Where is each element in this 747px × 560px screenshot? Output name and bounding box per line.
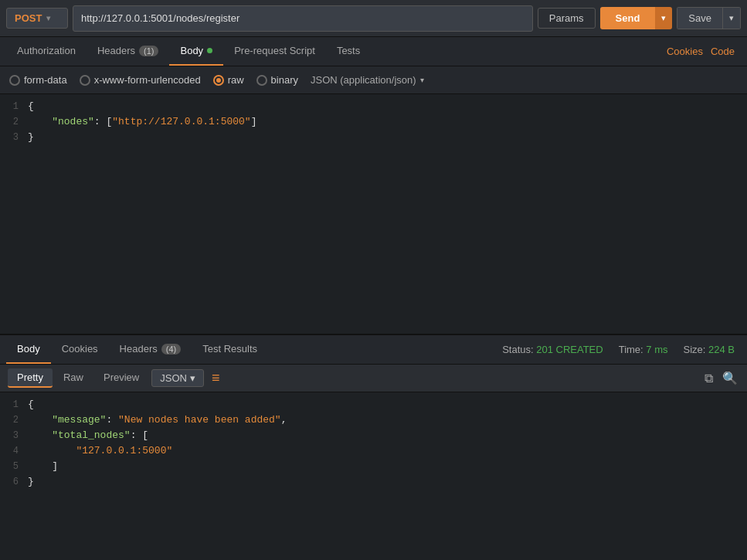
resp-line-3: 3 "total_nodes": [ bbox=[0, 429, 747, 445]
response-copy-actions: ⧉ 🔍 bbox=[703, 369, 739, 387]
radio-binary[interactable]: binary bbox=[256, 74, 298, 86]
resp-line-num-2: 2 bbox=[0, 414, 28, 426]
save-dropdown-button[interactable]: ▾ bbox=[722, 7, 741, 29]
response-format-bar: Pretty Raw Preview JSON ▾ ≡ ⧉ 🔍 bbox=[0, 365, 747, 392]
tab-authorization[interactable]: Authorization bbox=[6, 37, 87, 66]
cookies-link[interactable]: Cookies bbox=[667, 46, 703, 57]
resp-line-num-5: 5 bbox=[0, 460, 28, 472]
time-value: 7 ms bbox=[646, 344, 667, 355]
request-code-editor[interactable]: 1 { 2 "nodes": ["http://127.0.0.1:5000"]… bbox=[0, 94, 747, 334]
resp-line-4: 4 "127.0.0.1:5000" bbox=[0, 445, 747, 460]
search-button[interactable]: 🔍 bbox=[721, 369, 739, 387]
response-tabs-bar: Body Cookies Headers (4) Test Results St… bbox=[0, 335, 747, 365]
send-dropdown-button[interactable]: ▾ bbox=[655, 7, 672, 29]
resp-tab-body[interactable]: Body bbox=[6, 335, 51, 364]
resp-tab-headers[interactable]: Headers (4) bbox=[109, 335, 192, 364]
request-tabs-left: Authorization Headers (1) Body Pre-reque… bbox=[6, 37, 371, 66]
response-format-tabs: Pretty Raw Preview bbox=[8, 368, 148, 388]
body-type-bar: form-data x-www-form-urlencoded raw bina… bbox=[0, 66, 747, 94]
resp-line-content-1: { bbox=[28, 399, 34, 410]
format-tab-raw[interactable]: Raw bbox=[54, 368, 93, 388]
tab-headers[interactable]: Headers (1) bbox=[87, 37, 170, 66]
tab-pre-request[interactable]: Pre-request Script bbox=[223, 37, 326, 66]
size-value: 224 B bbox=[708, 344, 735, 355]
request-line-3: 3 } bbox=[0, 131, 747, 147]
request-line-2: 2 "nodes": ["http://127.0.0.1:5000"] bbox=[0, 116, 747, 131]
status-label: Status: 201 CREATED bbox=[502, 344, 603, 355]
resp-line-content-2: "message": "New nodes have been added", bbox=[28, 414, 287, 426]
radio-raw-circle bbox=[213, 75, 224, 86]
resp-line-5: 5 ] bbox=[0, 460, 747, 476]
response-meta: Status: 201 CREATED Time: 7 ms Size: 224… bbox=[502, 344, 741, 355]
time-label: Time: 7 ms bbox=[619, 344, 668, 355]
resp-tab-cookies-label: Cookies bbox=[62, 343, 98, 355]
radio-raw-label: raw bbox=[228, 74, 244, 86]
method-selector[interactable]: POST ▾ bbox=[6, 8, 68, 29]
format-tab-preview[interactable]: Preview bbox=[94, 368, 148, 388]
response-section: Body Cookies Headers (4) Test Results St… bbox=[0, 334, 747, 516]
resp-tab-body-label: Body bbox=[17, 343, 40, 355]
line-content-1: { bbox=[28, 100, 34, 112]
tab-body[interactable]: Body bbox=[169, 37, 223, 66]
radio-form-data-label: form-data bbox=[24, 74, 67, 86]
resp-line-content-5: ] bbox=[28, 460, 58, 472]
send-button-group: Send ▾ bbox=[600, 7, 673, 29]
response-format-chevron-icon: ▾ bbox=[190, 372, 195, 384]
resp-line-num-4: 4 bbox=[0, 445, 28, 456]
url-input[interactable] bbox=[73, 5, 533, 32]
line-num-2: 2 bbox=[0, 116, 28, 127]
code-link[interactable]: Code bbox=[711, 46, 735, 57]
format-tab-pretty[interactable]: Pretty bbox=[8, 368, 53, 388]
tab-tests-label: Tests bbox=[337, 45, 360, 56]
wrap-icon-button[interactable]: ≡ bbox=[210, 368, 222, 388]
tab-pre-request-label: Pre-request Script bbox=[234, 45, 315, 56]
request-tabs: Authorization Headers (1) Body Pre-reque… bbox=[0, 37, 747, 66]
radio-urlencoded[interactable]: x-www-form-urlencoded bbox=[80, 74, 201, 86]
request-tabs-right: Cookies Code bbox=[667, 46, 741, 57]
json-value-nodes: "http://127.0.0.1:5000" bbox=[112, 116, 250, 127]
radio-binary-label: binary bbox=[271, 74, 298, 86]
radio-urlencoded-circle bbox=[80, 75, 90, 86]
resp-line-content-4: "127.0.0.1:5000" bbox=[28, 445, 172, 456]
response-format-selector[interactable]: JSON ▾ bbox=[151, 369, 204, 387]
request-line-1: 1 { bbox=[0, 100, 747, 116]
copy-button[interactable]: ⧉ bbox=[703, 370, 715, 387]
tab-headers-label: Headers bbox=[97, 45, 135, 56]
format-tab-raw-label: Raw bbox=[63, 372, 83, 383]
save-button-group: Save ▾ bbox=[677, 7, 741, 29]
tab-authorization-label: Authorization bbox=[17, 45, 76, 56]
radio-form-data[interactable]: form-data bbox=[9, 74, 67, 86]
line-num-1: 1 bbox=[0, 100, 28, 112]
method-label: POST bbox=[15, 12, 42, 24]
resp-line-num-3: 3 bbox=[0, 429, 28, 441]
params-button[interactable]: Params bbox=[538, 8, 596, 29]
response-format-actions: ≡ bbox=[210, 368, 222, 388]
response-code-editor: 1 { 2 "message": "New nodes have been ad… bbox=[0, 392, 747, 516]
status-value: 201 CREATED bbox=[536, 344, 603, 355]
json-format-selector[interactable]: JSON (application/json) ▾ bbox=[311, 74, 424, 86]
headers-badge: (1) bbox=[139, 46, 158, 56]
resp-tab-headers-label: Headers bbox=[120, 343, 158, 355]
radio-raw[interactable]: raw bbox=[213, 74, 244, 86]
resp-line-6: 6 } bbox=[0, 476, 747, 491]
format-tab-preview-label: Preview bbox=[104, 372, 139, 383]
body-dot-icon bbox=[207, 48, 212, 53]
top-bar: POST ▾ Params Send ▾ Save ▾ bbox=[0, 0, 747, 37]
line-content-3: } bbox=[28, 131, 34, 143]
send-button[interactable]: Send bbox=[600, 7, 656, 29]
format-tab-pretty-label: Pretty bbox=[17, 372, 43, 383]
line-num-3: 3 bbox=[0, 131, 28, 143]
tab-tests[interactable]: Tests bbox=[326, 37, 371, 66]
resp-tab-test-results[interactable]: Test Results bbox=[192, 335, 268, 364]
line-content-2: "nodes": ["http://127.0.0.1:5000"] bbox=[28, 116, 256, 127]
resp-line-num-6: 6 bbox=[0, 476, 28, 487]
resp-line-content-6: } bbox=[28, 476, 34, 487]
resp-line-2: 2 "message": "New nodes have been added"… bbox=[0, 414, 747, 429]
save-button[interactable]: Save bbox=[677, 7, 722, 29]
resp-tab-test-results-label: Test Results bbox=[202, 343, 257, 355]
tab-body-label: Body bbox=[180, 45, 203, 56]
resp-tab-cookies[interactable]: Cookies bbox=[51, 335, 109, 364]
resp-line-1: 1 { bbox=[0, 399, 747, 414]
json-format-chevron-icon: ▾ bbox=[420, 76, 424, 84]
size-label: Size: 224 B bbox=[684, 344, 735, 355]
